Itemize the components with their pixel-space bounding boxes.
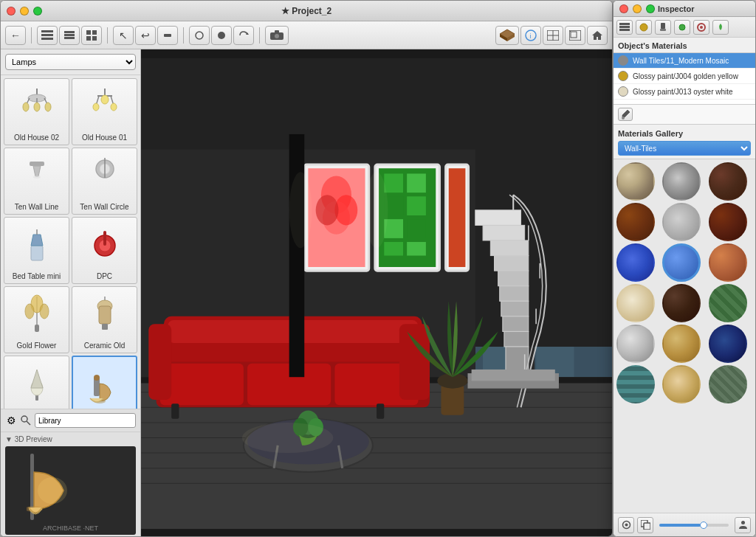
gallery-header: Materials Gallery Wall-Tiles Flooring Pa… [614, 125, 755, 159]
svg-rect-60 [35, 325, 39, 332]
svg-rect-6 [86, 30, 91, 35]
svg-point-70 [94, 375, 100, 381]
swatch-item-6[interactable] [709, 203, 747, 241]
svg-rect-55 [103, 231, 106, 246]
camera-button[interactable] [265, 26, 289, 45]
inspector-tab-properties[interactable] [674, 20, 690, 35]
home-button[interactable] [587, 26, 608, 45]
object-thumb-old-wall-lamp [80, 360, 130, 409]
sphere-button[interactable] [189, 26, 210, 45]
grid-button[interactable] [81, 26, 102, 45]
back-button[interactable]: ← [5, 26, 26, 45]
view-3d-button[interactable] [565, 26, 585, 45]
layers-button[interactable] [59, 26, 80, 45]
gallery-category-select[interactable]: Wall-Tiles Flooring Paint Wood Fabric [618, 141, 751, 156]
view-2d-button[interactable] [543, 26, 563, 45]
inspector-copy-button[interactable] [637, 517, 653, 533]
swatch-item-12[interactable] [709, 284, 747, 322]
inspector-min-button[interactable] [633, 4, 642, 13]
swatch-item-3[interactable] [709, 162, 747, 201]
svg-rect-104 [495, 256, 529, 271]
select-tool[interactable]: ↖ [113, 26, 134, 45]
svg-rect-64 [102, 324, 108, 330]
sidebar-gear-button[interactable]: ⚙ [5, 412, 17, 429]
swatch-item-14[interactable] [662, 325, 701, 363]
sidebar-search-button[interactable] [20, 412, 32, 429]
material-item-glossy-oyster[interactable]: Glossy paint/J013 oyster white [614, 84, 755, 100]
svg-rect-44 [30, 162, 44, 166]
svg-rect-125 [407, 173, 426, 193]
inspector-close-button[interactable] [619, 4, 628, 13]
svg-rect-5 [64, 37, 75, 39]
material-swatch-3 [618, 86, 628, 97]
swatch-item-15[interactable] [709, 325, 747, 363]
library-button[interactable] [37, 26, 58, 45]
swatch-item-18[interactable] [709, 365, 747, 403]
inspector-max-button[interactable] [646, 4, 655, 13]
inspector-tab-settings[interactable] [693, 20, 709, 35]
object-item-dpc[interactable]: DPC [72, 217, 137, 284]
object-item-gold-flower[interactable]: Gold Flower [4, 286, 69, 353]
swatch-item-13[interactable] [616, 325, 655, 363]
inspector-tab-materials[interactable] [636, 20, 652, 35]
swatch-item-10[interactable] [616, 284, 655, 322]
object-item-old-house-01[interactable]: Old House 01 [72, 78, 137, 145]
maximize-button[interactable] [33, 7, 42, 15]
inspector-tab-nature[interactable] [712, 20, 729, 35]
swatch-item-9[interactable] [709, 243, 747, 282]
svg-point-75 [38, 477, 67, 504]
swatch-item-11[interactable] [662, 284, 701, 322]
inspector-settings-button[interactable] [618, 517, 634, 533]
svg-rect-160 [472, 370, 555, 381]
toolbar-tools-group: ↖ ↩ [113, 26, 178, 45]
material-item-glossy-gold[interactable]: Glossy paint/J004 golden yellow [614, 69, 755, 84]
svg-rect-9 [92, 36, 97, 41]
svg-point-178 [741, 521, 745, 524]
main-viewport[interactable] [141, 49, 612, 537]
record-button[interactable] [211, 26, 232, 45]
svg-rect-103 [490, 240, 528, 256]
swatch-item-4[interactable] [616, 203, 655, 241]
object-item-ceramic-old[interactable]: Ceramic Old [72, 286, 137, 353]
swatch-item-1[interactable] [616, 162, 655, 201]
swatch-item-2[interactable] [662, 162, 701, 201]
swatch-item-17[interactable] [662, 365, 701, 403]
search-input[interactable] [35, 413, 136, 428]
dropper-button[interactable] [618, 108, 633, 121]
inspector-tab-layers[interactable] [616, 20, 633, 35]
swatch-item-16[interactable] [616, 365, 655, 403]
swatch-item-5[interactable] [662, 203, 701, 241]
material-name-2: Glossy paint/J004 golden yellow [633, 72, 738, 80]
move-tool[interactable] [157, 26, 178, 45]
3d-objects-button[interactable] [495, 26, 519, 45]
category-selector: Lamps Furniture Decorations [1, 49, 140, 75]
object-item-bed-table-mini[interactable]: Bed Table mini [4, 217, 69, 284]
object-item-ten-wall-circle[interactable]: Ten Wall Circle [72, 148, 137, 215]
object-thumb-ten-wall-circle [80, 151, 130, 201]
material-tools [614, 105, 755, 125]
svg-rect-129 [407, 219, 426, 238]
svg-point-42 [111, 103, 117, 111]
object-item-ten-wall-line[interactable]: Ten Wall Line [4, 148, 69, 215]
material-item-wall-tiles[interactable]: Wall Tiles/11_Modern Mosaic [614, 53, 755, 69]
svg-rect-102 [483, 225, 525, 240]
swatch-item-7[interactable] [616, 243, 655, 282]
object-item-old-house-02[interactable]: Old House 02 [4, 78, 69, 145]
svg-point-43 [101, 95, 109, 104]
object-item-old-wall-lamp[interactable]: Old Wall Lamp [72, 356, 137, 409]
category-select[interactable]: Lamps Furniture Decorations [5, 54, 136, 70]
object-item-bamboo[interactable]: Bamboo [4, 356, 69, 409]
gallery-title-text: Materials Gallery [618, 129, 751, 138]
window-title: ★ Project_2 [281, 6, 331, 16]
brightness-slider-thumb[interactable] [700, 522, 707, 529]
brightness-slider-track[interactable] [659, 524, 729, 527]
svg-rect-168 [661, 23, 665, 29]
inspector-tab-tools[interactable] [655, 20, 671, 35]
minimize-button[interactable] [20, 7, 29, 15]
rotate-tool[interactable]: ↩ [135, 26, 156, 45]
inspector-person-button[interactable] [735, 517, 751, 533]
swatch-item-8[interactable] [662, 243, 701, 282]
refresh-button[interactable] [233, 26, 254, 45]
info-button[interactable]: i [520, 26, 541, 45]
close-button[interactable] [7, 7, 16, 15]
